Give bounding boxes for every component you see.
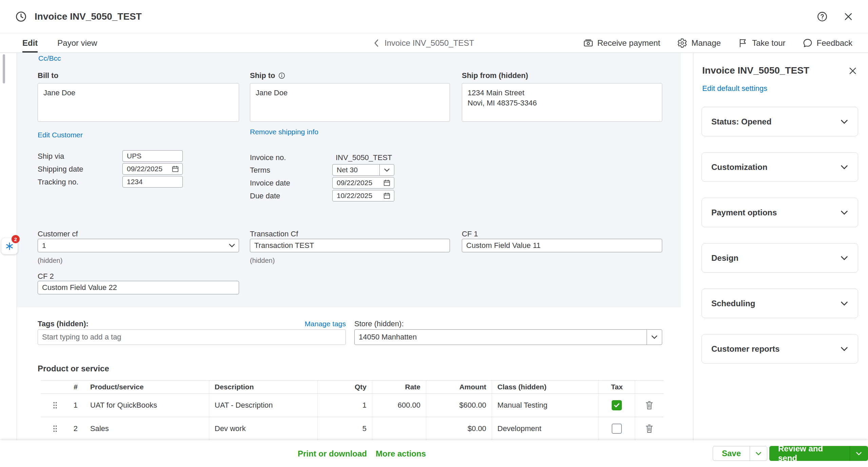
chevron-down-icon <box>379 164 394 175</box>
transaction-cf-input[interactable] <box>250 239 450 252</box>
sidebar-section-payment-options[interactable]: Payment options <box>702 198 858 227</box>
invoice-date-input[interactable]: 09/22/2025 <box>332 177 394 189</box>
header-product: Product/service <box>83 381 209 393</box>
ship-to-textarea[interactable]: Jane Doe <box>250 83 450 122</box>
cf1-input[interactable] <box>462 239 662 252</box>
sidebar-section-customization[interactable]: Customization <box>702 152 858 182</box>
cell-qty[interactable]: 5 <box>317 417 372 440</box>
tags-input[interactable] <box>38 329 346 345</box>
chevron-down-icon <box>840 301 848 306</box>
invoice-date-label: Invoice date <box>250 179 290 188</box>
cell-tax <box>598 394 635 417</box>
more-actions-link[interactable]: More actions <box>376 449 426 459</box>
close-icon[interactable] <box>844 12 853 21</box>
header-rate: Rate <box>372 381 426 393</box>
review-and-send-button-group: Review and send <box>769 446 868 461</box>
cc-bcc-link[interactable]: Cc/Bcc <box>38 54 61 62</box>
receive-payment-button[interactable]: Receive payment <box>583 38 660 48</box>
top-bar: Invoice INV_5050_TEST <box>0 0 868 33</box>
tab-edit[interactable]: Edit <box>22 33 38 53</box>
chevron-down-icon <box>840 256 848 260</box>
review-and-send-button[interactable]: Review and send <box>769 446 850 461</box>
cell-class[interactable]: Development <box>492 417 598 440</box>
edit-default-settings-link[interactable]: Edit default settings <box>702 84 767 93</box>
cell-tax <box>598 417 635 440</box>
header-tax: Tax <box>598 381 635 393</box>
gear-icon <box>677 38 687 48</box>
save-dropdown-button[interactable] <box>750 446 767 461</box>
tracking-no-input[interactable] <box>122 176 183 188</box>
delete-row-icon[interactable] <box>635 394 664 417</box>
customer-cf-select[interactable]: 1 <box>38 239 239 252</box>
cell-amount: $600.00 <box>426 394 492 417</box>
history-icon[interactable] <box>15 11 27 23</box>
tab-payor-view[interactable]: Payor view <box>57 33 97 53</box>
remove-shipping-info-link[interactable]: Remove shipping info <box>250 128 318 136</box>
cell-product[interactable]: Sales <box>83 417 209 440</box>
sidebar-section-customer-reports[interactable]: Customer reports <box>702 334 858 364</box>
ship-via-label: Ship via <box>38 152 64 161</box>
vertical-scrollbar[interactable] <box>3 54 5 83</box>
take-tour-button[interactable]: Take tour <box>738 38 786 48</box>
terms-select[interactable]: Net 30 <box>332 164 394 176</box>
sidebar-section-design[interactable]: Design <box>702 243 858 273</box>
receive-payment-icon <box>583 38 593 48</box>
drag-handle-icon[interactable] <box>41 394 70 417</box>
tax-checkbox[interactable] <box>612 424 622 434</box>
breadcrumb[interactable]: Invoice INV_5050_TEST <box>374 33 474 53</box>
ship-from-label: Ship from (hidden) <box>462 71 528 80</box>
print-or-download-link[interactable]: Print or download <box>298 449 367 459</box>
cf1-label: CF 1 <box>462 230 478 238</box>
help-icon[interactable] <box>816 11 828 22</box>
terms-label: Terms <box>250 166 270 175</box>
due-date-input[interactable]: 10/22/2025 <box>332 190 394 201</box>
sidebar-title: Invoice INV_5050_TEST <box>702 65 809 76</box>
line-items-table: # Product/service Description Qty Rate A… <box>41 380 664 440</box>
sidebar-close-icon[interactable] <box>848 66 857 75</box>
customer-cf-label: Customer cf <box>38 230 78 238</box>
store-select[interactable]: 14050 Manhatten <box>354 329 662 345</box>
review-and-send-dropdown-button[interactable] <box>850 446 868 461</box>
assistant-widget-button[interactable]: 2 <box>1 238 18 254</box>
header-drag-column <box>41 381 70 393</box>
cell-class[interactable]: Manual Testing <box>492 394 598 417</box>
tax-checkbox[interactable] <box>612 400 622 410</box>
bill-to-textarea[interactable]: Jane Doe <box>38 83 239 122</box>
table-row: 2 Sales Dev work 5 $0.00 Development <box>41 417 664 440</box>
drag-handle-icon[interactable] <box>41 417 70 440</box>
ship-from-textarea[interactable]: 1234 Main Street Novi, MI 48375-3346 <box>462 83 662 122</box>
cell-qty[interactable]: 1 <box>317 394 372 417</box>
asterisk-icon <box>5 242 14 251</box>
manage-button[interactable]: Manage <box>677 38 721 48</box>
settings-sidebar: Invoice INV_5050_TEST Edit default setti… <box>693 53 868 440</box>
shipping-date-input[interactable]: 09/22/2025 <box>122 163 183 175</box>
header-amount: Amount <box>426 381 492 393</box>
cell-product[interactable]: UAT for QuickBooks <box>83 394 209 417</box>
edit-customer-link[interactable]: Edit Customer <box>38 131 83 139</box>
transaction-cf-label: Transaction Cf <box>250 230 298 238</box>
cf2-input[interactable] <box>38 281 239 294</box>
manage-tags-link[interactable]: Manage tags <box>298 320 346 328</box>
customer-cf-hidden-note: (hidden) <box>38 257 62 265</box>
feedback-button[interactable]: Feedback <box>803 38 852 48</box>
sidebar-section-scheduling[interactable]: Scheduling <box>702 289 858 318</box>
cell-description[interactable]: UAT - Description <box>209 394 317 417</box>
cell-description[interactable]: Dev work <box>209 417 317 440</box>
info-icon[interactable] <box>278 72 285 79</box>
action-footer: Print or download More actions Save Revi… <box>0 440 868 467</box>
cf2-label: CF 2 <box>38 272 54 281</box>
cell-rate[interactable] <box>372 417 426 440</box>
chevron-down-icon <box>840 210 848 215</box>
notification-badge: 2 <box>12 235 20 243</box>
product-or-service-heading: Product or service <box>38 364 109 373</box>
sidebar-section-status[interactable]: Status: Opened <box>702 107 858 136</box>
save-button[interactable]: Save <box>713 446 750 461</box>
delete-row-icon[interactable] <box>635 417 664 440</box>
calendar-icon <box>168 163 179 174</box>
cell-rate[interactable]: 600.00 <box>372 394 426 417</box>
chevron-down-icon <box>647 330 662 345</box>
ship-via-input[interactable] <box>122 150 183 162</box>
header-num: # <box>70 381 83 393</box>
header-class: Class (hidden) <box>492 381 598 393</box>
table-row: 1 UAT for QuickBooks UAT - Description 1… <box>41 394 664 417</box>
